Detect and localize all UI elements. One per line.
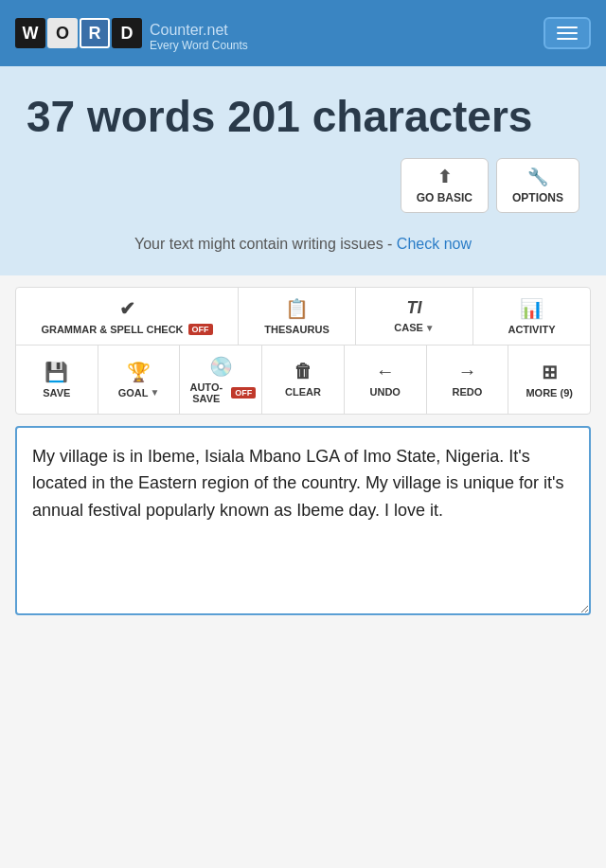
more-icon: ⊞ bbox=[542, 361, 558, 383]
editor-textarea[interactable] bbox=[15, 426, 591, 615]
logo-tile-o: O bbox=[47, 18, 78, 48]
writing-issues-text: Your text might contain writing issues -… bbox=[27, 228, 579, 257]
redo-icon: → bbox=[457, 361, 476, 382]
logo-tiles: W O R D bbox=[15, 18, 142, 48]
hamburger-line-1 bbox=[557, 27, 578, 28]
toolbar-more[interactable]: ⊞ MORE (9) bbox=[508, 345, 590, 414]
logo-counter: Counter bbox=[150, 22, 203, 38]
header: W O R D Counter.net Every Word Counts bbox=[0, 0, 606, 66]
toolbar-clear[interactable]: 🗑 CLEAR bbox=[262, 345, 345, 414]
autosave-icon: 💿 bbox=[209, 355, 233, 378]
logo-subtitle: Every Word Counts bbox=[150, 39, 248, 52]
options-button[interactable]: 🔧 OPTIONS bbox=[496, 158, 579, 213]
thesaurus-icon: 📋 bbox=[285, 297, 309, 320]
toolbar-row-1: ✔ GRAMMAR & SPELL CHECK OFF 📋 THESAURUS … bbox=[16, 288, 590, 345]
toolbar-thesaurus[interactable]: 📋 THESAURUS bbox=[239, 288, 356, 345]
stats-area: 37 words 201 characters ⬆ GO BASIC 🔧 OPT… bbox=[0, 66, 606, 275]
toolbar-case[interactable]: TI CASE ▼ bbox=[356, 288, 473, 345]
goal-label: GOAL bbox=[118, 387, 149, 399]
logo-area: W O R D Counter.net Every Word Counts bbox=[15, 14, 248, 52]
thesaurus-label: THESAURUS bbox=[264, 324, 329, 335]
toolbar-autosave[interactable]: 💿 AUTO-SAVE OFF bbox=[180, 345, 262, 414]
redo-label: REDO bbox=[453, 386, 483, 398]
case-icon: TI bbox=[407, 298, 422, 318]
logo-tile-d: D bbox=[112, 18, 142, 48]
toolbar-goal[interactable]: 🏆 GOAL ▼ bbox=[98, 345, 181, 414]
stats-buttons: ⬆ GO BASIC 🔧 OPTIONS bbox=[27, 158, 579, 213]
toolbar-redo[interactable]: → REDO bbox=[427, 345, 509, 414]
go-basic-label: GO BASIC bbox=[417, 191, 472, 204]
writing-issues-static: Your text might contain writing issues - bbox=[134, 236, 397, 252]
goal-dropdown-arrow: ▼ bbox=[151, 387, 160, 398]
logo-tile-w: W bbox=[15, 18, 45, 48]
goal-label-row: GOAL ▼ bbox=[118, 387, 160, 399]
logo-text: Counter.net Every Word Counts bbox=[150, 14, 248, 52]
toolbar-grammar[interactable]: ✔ GRAMMAR & SPELL CHECK OFF bbox=[16, 288, 239, 345]
case-dropdown-arrow: ▼ bbox=[425, 323, 435, 333]
check-now-link[interactable]: Check now bbox=[397, 236, 472, 252]
more-label: MORE (9) bbox=[526, 387, 573, 399]
options-label: OPTIONS bbox=[512, 191, 563, 204]
hamburger-line-3 bbox=[557, 38, 578, 40]
case-label: CASE bbox=[394, 322, 423, 333]
toolbar-activity[interactable]: 📊 ACTIVITY bbox=[473, 288, 590, 345]
autosave-label-row: AUTO-SAVE OFF bbox=[186, 381, 256, 404]
toolbar-save[interactable]: 💾 SAVE bbox=[16, 345, 98, 414]
toolbar-undo[interactable]: ← UNDO bbox=[345, 345, 427, 414]
grammar-badge: OFF bbox=[188, 324, 213, 335]
go-basic-icon: ⬆ bbox=[437, 167, 452, 187]
stats-count: 37 words 201 characters bbox=[27, 93, 579, 141]
goal-icon: 🏆 bbox=[127, 361, 151, 383]
grammar-icon: ✔ bbox=[119, 297, 135, 320]
toolbar-row-2: 💾 SAVE 🏆 GOAL ▼ 💿 AUTO-SAVE OFF 🗑 CLEAR … bbox=[16, 345, 590, 414]
save-label: SAVE bbox=[43, 387, 70, 399]
logo-tile-r: R bbox=[80, 18, 110, 48]
clear-label: CLEAR bbox=[285, 386, 321, 398]
hamburger-button[interactable] bbox=[544, 17, 591, 49]
grammar-label-row: GRAMMAR & SPELL CHECK OFF bbox=[41, 324, 212, 335]
case-label-row: CASE ▼ bbox=[394, 322, 434, 333]
autosave-badge: OFF bbox=[231, 387, 256, 399]
activity-label: ACTIVITY bbox=[508, 324, 555, 335]
autosave-label: AUTO-SAVE bbox=[186, 381, 226, 404]
options-icon: 🔧 bbox=[527, 167, 548, 187]
editor-area bbox=[15, 426, 591, 619]
clear-icon: 🗑 bbox=[294, 361, 312, 382]
activity-icon: 📊 bbox=[520, 297, 544, 320]
grammar-label: GRAMMAR & SPELL CHECK bbox=[41, 324, 183, 335]
go-basic-button[interactable]: ⬆ GO BASIC bbox=[401, 158, 489, 213]
save-icon: 💾 bbox=[45, 361, 68, 383]
logo-title: Counter.net bbox=[150, 14, 248, 39]
toolbar-area: ✔ GRAMMAR & SPELL CHECK OFF 📋 THESAURUS … bbox=[15, 287, 591, 415]
undo-icon: ← bbox=[376, 361, 395, 382]
logo-net: .net bbox=[203, 22, 228, 38]
hamburger-line-2 bbox=[557, 32, 578, 34]
undo-label: UNDO bbox=[370, 386, 401, 398]
